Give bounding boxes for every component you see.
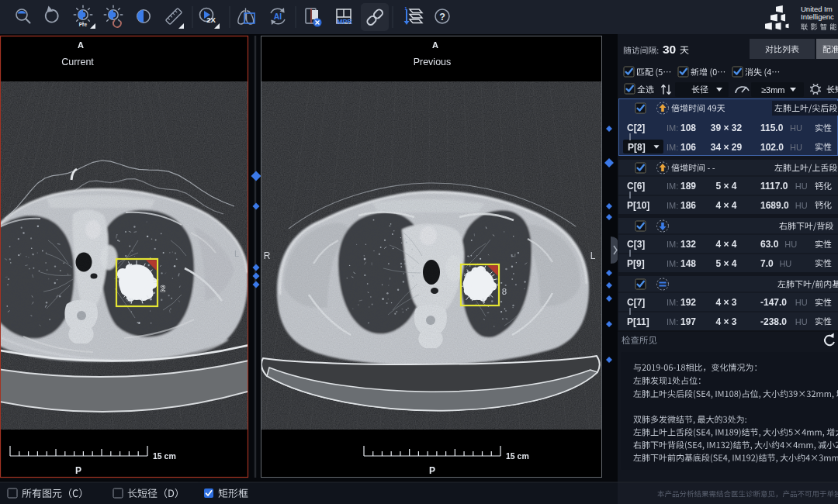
svg-text:R: R: [264, 250, 271, 261]
svg-text:108: 108: [680, 123, 696, 133]
svg-text:HU: HU: [795, 317, 808, 326]
svg-text:P[10]: P[10]: [627, 200, 649, 211]
svg-text:HU: HU: [790, 143, 802, 152]
svg-text:P: P: [75, 465, 81, 476]
svg-text:HU: HU: [795, 181, 808, 191]
svg-text:115.0: 115.0: [760, 123, 784, 133]
svg-text:30: 30: [663, 43, 676, 56]
svg-text:IM:: IM:: [667, 123, 678, 133]
svg-text:2X: 2X: [206, 16, 216, 24]
svg-text:148: 148: [680, 258, 696, 269]
svg-text:63.0: 63.0: [760, 239, 779, 250]
svg-text:106: 106: [680, 142, 696, 153]
svg-text:Previous: Previous: [414, 57, 452, 67]
svg-text:≥3mm: ≥3mm: [761, 85, 784, 95]
svg-text:IM:: IM:: [667, 298, 678, 307]
svg-text:L: L: [234, 249, 239, 258]
svg-text:Intelligenc: Intelligenc: [801, 12, 834, 21]
svg-text:IM:: IM:: [667, 240, 678, 249]
svg-text:1: 1: [404, 6, 407, 11]
svg-text:C[6]: C[6]: [627, 181, 645, 192]
svg-text:-147.0: -147.0: [760, 297, 787, 308]
svg-text:197: 197: [680, 316, 696, 327]
svg-text:?: ?: [439, 12, 445, 22]
svg-text:HU: HU: [779, 259, 791, 268]
svg-text:IM:: IM:: [667, 143, 678, 152]
svg-text:2: 2: [161, 284, 165, 293]
svg-text:HU: HU: [795, 201, 808, 210]
svg-text:Current: Current: [61, 57, 94, 67]
svg-text:IM:: IM:: [667, 259, 678, 268]
svg-text:P[8]: P[8]: [628, 142, 646, 153]
svg-text:1117.0: 1117.0: [760, 181, 788, 192]
svg-text:4 × 4: 4 × 4: [715, 200, 736, 211]
svg-text:5 × 4: 5 × 4: [715, 258, 736, 269]
svg-text:4 × 3: 4 × 3: [715, 297, 736, 308]
svg-text:HU: HU: [790, 123, 802, 133]
svg-text:IM:: IM:: [667, 181, 678, 191]
svg-text:5 × 4: 5 × 4: [715, 181, 736, 192]
svg-text:132: 132: [680, 239, 696, 250]
svg-text:186: 186: [680, 200, 696, 211]
svg-text:-238.0: -238.0: [760, 316, 787, 327]
svg-text:AI: AI: [274, 12, 282, 21]
svg-text:HU: HU: [784, 240, 797, 249]
svg-text:C[3]: C[3]: [627, 239, 645, 250]
svg-text:P[11]: P[11]: [627, 316, 649, 327]
svg-text:4 × 3: 4 × 3: [715, 316, 736, 327]
svg-text:P[9]: P[9]: [627, 258, 645, 269]
svg-text:HU: HU: [795, 298, 808, 307]
svg-text:C[7]: C[7]: [627, 297, 645, 308]
svg-text:15 cm: 15 cm: [153, 451, 176, 461]
svg-text:A: A: [78, 40, 84, 50]
svg-text:34 × 29: 34 × 29: [711, 142, 743, 153]
svg-text:C[2]: C[2]: [627, 123, 645, 133]
svg-text:7.0: 7.0: [760, 258, 774, 269]
svg-text:39 × 32: 39 × 32: [711, 123, 743, 133]
svg-text:A: A: [432, 40, 438, 50]
svg-text:8: 8: [502, 287, 507, 296]
svg-text:4 × 4: 4 × 4: [715, 239, 736, 250]
svg-text:102.0: 102.0: [760, 142, 784, 153]
svg-text:192: 192: [680, 297, 696, 308]
svg-text:15 cm: 15 cm: [506, 451, 529, 461]
svg-text:MPR: MPR: [337, 18, 353, 26]
svg-text:IM:: IM:: [667, 201, 678, 210]
svg-text:P: P: [429, 465, 435, 476]
svg-text:L: L: [590, 250, 596, 261]
svg-text:189: 189: [680, 181, 696, 192]
svg-text:Pre: Pre: [79, 22, 88, 27]
svg-text:IM:: IM:: [667, 317, 678, 326]
svg-text:1689.0: 1689.0: [760, 200, 789, 211]
